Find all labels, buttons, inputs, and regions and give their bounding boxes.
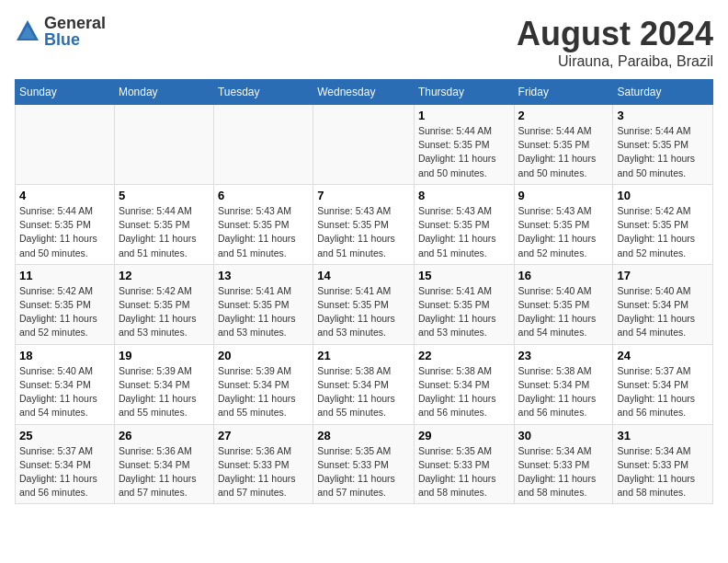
calendar-cell bbox=[213, 105, 313, 185]
logo: General Blue bbox=[15, 15, 106, 48]
calendar-week-5: 25Sunrise: 5:37 AM Sunset: 5:34 PM Dayli… bbox=[16, 424, 713, 504]
logo-icon bbox=[15, 18, 40, 44]
day-info: Sunrise: 5:44 AM Sunset: 5:35 PM Dayligh… bbox=[119, 204, 210, 260]
calendar-cell: 25Sunrise: 5:37 AM Sunset: 5:34 PM Dayli… bbox=[16, 424, 115, 504]
calendar-cell: 19Sunrise: 5:39 AM Sunset: 5:34 PM Dayli… bbox=[114, 344, 213, 424]
logo-text: General Blue bbox=[44, 15, 106, 48]
day-info: Sunrise: 5:44 AM Sunset: 5:35 PM Dayligh… bbox=[617, 124, 709, 180]
calendar-cell: 31Sunrise: 5:34 AM Sunset: 5:33 PM Dayli… bbox=[613, 424, 713, 504]
calendar-cell: 7Sunrise: 5:43 AM Sunset: 5:35 PM Daylig… bbox=[313, 184, 415, 264]
day-number: 3 bbox=[617, 109, 709, 122]
day-info: Sunrise: 5:43 AM Sunset: 5:35 PM Dayligh… bbox=[218, 204, 309, 260]
day-info: Sunrise: 5:38 AM Sunset: 5:34 PM Dayligh… bbox=[518, 364, 609, 420]
header-row: SundayMondayTuesdayWednesdayThursdayFrid… bbox=[16, 80, 713, 105]
day-info: Sunrise: 5:44 AM Sunset: 5:35 PM Dayligh… bbox=[19, 204, 110, 260]
day-info: Sunrise: 5:41 AM Sunset: 5:35 PM Dayligh… bbox=[418, 284, 510, 340]
day-number: 31 bbox=[617, 429, 709, 442]
header-day-thursday: Thursday bbox=[414, 80, 514, 105]
day-info: Sunrise: 5:37 AM Sunset: 5:34 PM Dayligh… bbox=[19, 444, 110, 500]
calendar-week-4: 18Sunrise: 5:40 AM Sunset: 5:34 PM Dayli… bbox=[16, 344, 713, 424]
day-number: 19 bbox=[119, 349, 210, 362]
day-number: 13 bbox=[218, 269, 309, 282]
day-number: 5 bbox=[119, 189, 210, 202]
logo-general: General bbox=[44, 15, 106, 31]
day-number: 26 bbox=[119, 429, 210, 442]
day-info: Sunrise: 5:42 AM Sunset: 5:35 PM Dayligh… bbox=[617, 204, 709, 260]
calendar-week-2: 4Sunrise: 5:44 AM Sunset: 5:35 PM Daylig… bbox=[16, 184, 713, 264]
day-number: 15 bbox=[418, 269, 510, 282]
calendar-cell bbox=[114, 105, 213, 185]
day-number: 20 bbox=[218, 349, 309, 362]
day-info: Sunrise: 5:36 AM Sunset: 5:34 PM Dayligh… bbox=[119, 444, 210, 500]
day-info: Sunrise: 5:42 AM Sunset: 5:35 PM Dayligh… bbox=[19, 284, 110, 340]
day-number: 12 bbox=[119, 269, 210, 282]
calendar-subtitle: Uirauna, Paraiba, Brazil bbox=[517, 53, 713, 70]
day-info: Sunrise: 5:43 AM Sunset: 5:35 PM Dayligh… bbox=[418, 204, 510, 260]
day-number: 4 bbox=[19, 189, 110, 202]
day-number: 10 bbox=[617, 189, 709, 202]
day-info: Sunrise: 5:35 AM Sunset: 5:33 PM Dayligh… bbox=[317, 444, 410, 500]
calendar-cell: 24Sunrise: 5:37 AM Sunset: 5:34 PM Dayli… bbox=[613, 344, 713, 424]
day-number: 23 bbox=[518, 349, 609, 362]
day-info: Sunrise: 5:39 AM Sunset: 5:34 PM Dayligh… bbox=[218, 364, 309, 420]
day-number: 18 bbox=[19, 349, 110, 362]
day-info: Sunrise: 5:38 AM Sunset: 5:34 PM Dayligh… bbox=[418, 364, 510, 420]
day-info: Sunrise: 5:40 AM Sunset: 5:34 PM Dayligh… bbox=[617, 284, 709, 340]
header-day-monday: Monday bbox=[114, 80, 213, 105]
calendar-cell: 5Sunrise: 5:44 AM Sunset: 5:35 PM Daylig… bbox=[114, 184, 213, 264]
day-number: 27 bbox=[218, 429, 309, 442]
calendar-cell: 26Sunrise: 5:36 AM Sunset: 5:34 PM Dayli… bbox=[114, 424, 213, 504]
calendar-cell: 22Sunrise: 5:38 AM Sunset: 5:34 PM Dayli… bbox=[414, 344, 514, 424]
day-number: 24 bbox=[617, 349, 709, 362]
calendar-table: SundayMondayTuesdayWednesdayThursdayFrid… bbox=[15, 79, 713, 504]
calendar-cell: 4Sunrise: 5:44 AM Sunset: 5:35 PM Daylig… bbox=[16, 184, 115, 264]
header-day-sunday: Sunday bbox=[16, 80, 115, 105]
day-number: 9 bbox=[518, 189, 609, 202]
day-number: 16 bbox=[518, 269, 609, 282]
day-info: Sunrise: 5:38 AM Sunset: 5:34 PM Dayligh… bbox=[317, 364, 410, 420]
day-number: 28 bbox=[317, 429, 410, 442]
day-number: 6 bbox=[218, 189, 309, 202]
calendar-cell: 15Sunrise: 5:41 AM Sunset: 5:35 PM Dayli… bbox=[414, 264, 514, 344]
calendar-cell: 10Sunrise: 5:42 AM Sunset: 5:35 PM Dayli… bbox=[613, 184, 713, 264]
header-day-tuesday: Tuesday bbox=[213, 80, 313, 105]
day-info: Sunrise: 5:41 AM Sunset: 5:35 PM Dayligh… bbox=[317, 284, 410, 340]
calendar-cell: 23Sunrise: 5:38 AM Sunset: 5:34 PM Dayli… bbox=[514, 344, 613, 424]
day-info: Sunrise: 5:42 AM Sunset: 5:35 PM Dayligh… bbox=[119, 284, 210, 340]
calendar-cell: 21Sunrise: 5:38 AM Sunset: 5:34 PM Dayli… bbox=[313, 344, 415, 424]
calendar-cell: 18Sunrise: 5:40 AM Sunset: 5:34 PM Dayli… bbox=[16, 344, 115, 424]
calendar-week-1: 1Sunrise: 5:44 AM Sunset: 5:35 PM Daylig… bbox=[16, 105, 713, 185]
calendar-cell: 16Sunrise: 5:40 AM Sunset: 5:35 PM Dayli… bbox=[514, 264, 613, 344]
calendar-cell: 11Sunrise: 5:42 AM Sunset: 5:35 PM Dayli… bbox=[16, 264, 115, 344]
calendar-cell: 8Sunrise: 5:43 AM Sunset: 5:35 PM Daylig… bbox=[414, 184, 514, 264]
title-section: August 2024 Uirauna, Paraiba, Brazil bbox=[517, 15, 713, 70]
page-header: General Blue August 2024 Uirauna, Paraib… bbox=[15, 15, 713, 70]
calendar-week-3: 11Sunrise: 5:42 AM Sunset: 5:35 PM Dayli… bbox=[16, 264, 713, 344]
calendar-cell: 9Sunrise: 5:43 AM Sunset: 5:35 PM Daylig… bbox=[514, 184, 613, 264]
header-day-saturday: Saturday bbox=[613, 80, 713, 105]
day-info: Sunrise: 5:35 AM Sunset: 5:33 PM Dayligh… bbox=[418, 444, 510, 500]
day-number: 21 bbox=[317, 349, 410, 362]
day-number: 17 bbox=[617, 269, 709, 282]
day-info: Sunrise: 5:43 AM Sunset: 5:35 PM Dayligh… bbox=[518, 204, 609, 260]
calendar-cell: 20Sunrise: 5:39 AM Sunset: 5:34 PM Dayli… bbox=[213, 344, 313, 424]
day-info: Sunrise: 5:44 AM Sunset: 5:35 PM Dayligh… bbox=[418, 124, 510, 180]
calendar-cell: 29Sunrise: 5:35 AM Sunset: 5:33 PM Dayli… bbox=[414, 424, 514, 504]
calendar-cell: 6Sunrise: 5:43 AM Sunset: 5:35 PM Daylig… bbox=[213, 184, 313, 264]
day-number: 29 bbox=[418, 429, 510, 442]
calendar-cell bbox=[313, 105, 415, 185]
calendar-cell: 2Sunrise: 5:44 AM Sunset: 5:35 PM Daylig… bbox=[514, 105, 613, 185]
calendar-cell: 3Sunrise: 5:44 AM Sunset: 5:35 PM Daylig… bbox=[613, 105, 713, 185]
day-info: Sunrise: 5:40 AM Sunset: 5:35 PM Dayligh… bbox=[518, 284, 609, 340]
day-info: Sunrise: 5:36 AM Sunset: 5:33 PM Dayligh… bbox=[218, 444, 309, 500]
day-number: 25 bbox=[19, 429, 110, 442]
day-number: 14 bbox=[317, 269, 410, 282]
day-number: 11 bbox=[19, 269, 110, 282]
day-number: 2 bbox=[518, 109, 609, 122]
calendar-title: August 2024 bbox=[517, 15, 713, 53]
day-number: 8 bbox=[418, 189, 510, 202]
calendar-cell bbox=[16, 105, 115, 185]
day-info: Sunrise: 5:41 AM Sunset: 5:35 PM Dayligh… bbox=[218, 284, 309, 340]
day-info: Sunrise: 5:40 AM Sunset: 5:34 PM Dayligh… bbox=[19, 364, 110, 420]
calendar-cell: 13Sunrise: 5:41 AM Sunset: 5:35 PM Dayli… bbox=[213, 264, 313, 344]
